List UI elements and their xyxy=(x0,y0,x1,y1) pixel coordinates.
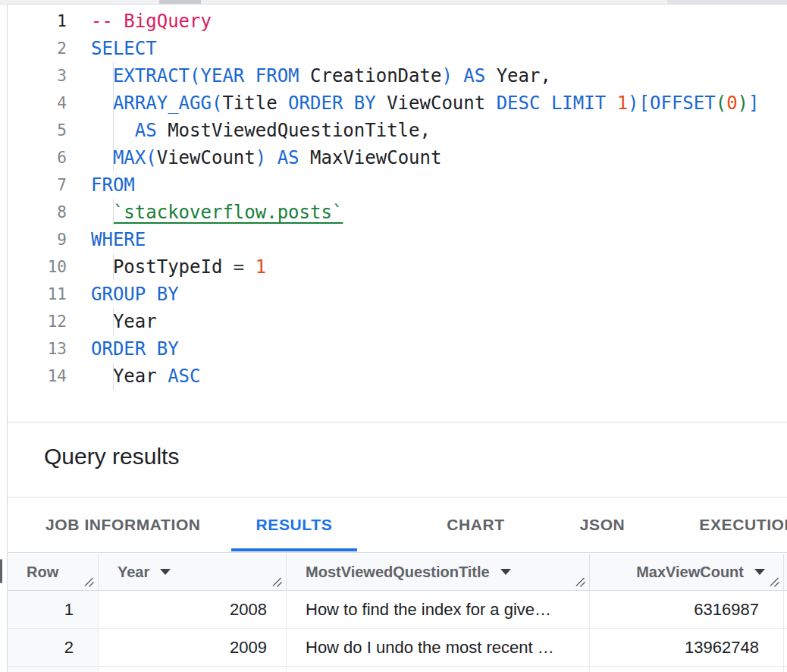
token xyxy=(299,65,310,86)
code-line: 14 Year ASC xyxy=(8,363,787,390)
token: Title xyxy=(222,93,277,114)
code-line: 7FROM xyxy=(8,171,787,199)
token: OFFSET xyxy=(650,93,716,114)
code-text: GROUP BY xyxy=(91,284,179,305)
token: FROM xyxy=(91,174,135,196)
token xyxy=(146,284,156,305)
token: ASC xyxy=(168,366,200,387)
token xyxy=(91,202,113,223)
token xyxy=(299,147,310,168)
token: ( xyxy=(146,147,156,168)
code-text: ARRAY_AGG(Title ORDER BY ViewCount DESC … xyxy=(91,93,760,114)
token: AS xyxy=(277,147,299,168)
token: ORDER xyxy=(288,93,343,114)
column-header-maxviewcount[interactable]: MaxViewCount xyxy=(590,554,784,590)
column-resize-handle[interactable] xyxy=(768,576,780,588)
sql-editor[interactable]: 1-- BigQuery2SELECT3 EXTRACT(YEAR FROM C… xyxy=(8,5,787,422)
token: MostViewedQuestionTitle, xyxy=(168,120,431,141)
column-menu-caret-icon[interactable] xyxy=(754,569,765,575)
code-text: Year xyxy=(91,311,157,332)
tab-chart[interactable]: CHART xyxy=(428,498,523,552)
column-header-row[interactable]: Row xyxy=(8,554,99,590)
scrollbar-thumb-vertical[interactable] xyxy=(0,559,2,583)
token xyxy=(343,93,353,114)
token xyxy=(157,366,168,387)
line-number: 14 xyxy=(8,367,67,385)
column-resize-handle[interactable] xyxy=(83,576,95,588)
tab-results[interactable]: RESULTS xyxy=(231,498,358,552)
code-line: 5 AS MostViewedQuestionTitle, xyxy=(8,117,787,144)
token xyxy=(157,120,168,141)
token: MAX xyxy=(113,147,146,168)
code-line: 10 PostTypeId = 1 xyxy=(8,253,787,281)
token: CreationDate xyxy=(310,65,441,86)
token: ( xyxy=(212,93,222,114)
line-number: 4 xyxy=(8,94,67,112)
token: MaxViewCount xyxy=(310,147,441,168)
token xyxy=(485,93,496,114)
table-cell: 2 xyxy=(8,629,99,666)
token: 1 xyxy=(617,93,628,114)
token: BY xyxy=(157,338,179,360)
tab-json[interactable]: JSON xyxy=(562,498,644,552)
code-line: 3 EXTRACT(YEAR FROM CreationDate) AS Yea… xyxy=(8,62,787,89)
token xyxy=(453,65,463,86)
token xyxy=(91,147,113,168)
column-resize-handle[interactable] xyxy=(271,576,283,588)
line-number: 3 xyxy=(8,67,67,85)
token: ] xyxy=(748,93,759,114)
line-number: 5 xyxy=(8,121,67,140)
table-row-partial xyxy=(8,667,787,672)
line-number: 7 xyxy=(8,176,67,194)
table-reference-link[interactable]: `stackoverflow.posts` xyxy=(113,202,343,223)
table-cell: 2009 xyxy=(99,629,287,666)
token xyxy=(606,93,616,114)
column-resize-handle[interactable] xyxy=(574,576,586,588)
code-line: 6 MAX(ViewCount) AS MaxViewCount xyxy=(8,144,787,171)
line-number: 12 xyxy=(8,312,67,331)
line-number: 10 xyxy=(8,258,67,276)
indent-guide xyxy=(113,199,114,226)
code-text: MAX(ViewCount) AS MaxViewCount xyxy=(91,147,441,168)
token xyxy=(91,256,113,278)
indent-guide xyxy=(113,89,114,117)
token: SELECT xyxy=(91,38,157,59)
tab-execution-details[interactable]: EXECUTION DETAILS xyxy=(681,498,787,552)
table-header-row: RowYearMostViewedQuestionTitleMaxViewCou… xyxy=(8,554,787,591)
scrollbar-thumb-horizontal[interactable] xyxy=(159,0,201,4)
code-line: 4 ARRAY_AGG(Title ORDER BY ViewCount DES… xyxy=(8,89,787,117)
line-number: 9 xyxy=(8,231,67,249)
column-header-year[interactable]: Year xyxy=(99,554,287,590)
code-text: ORDER BY xyxy=(91,338,179,360)
token xyxy=(91,93,113,114)
line-number: 1 xyxy=(8,12,67,30)
column-menu-caret-icon[interactable] xyxy=(500,569,511,575)
token: DESC xyxy=(497,93,541,114)
token xyxy=(244,65,255,86)
table-cell: How do I undo the most recent … xyxy=(287,629,590,666)
token: Year xyxy=(113,366,157,387)
code-text: PostTypeId = 1 xyxy=(91,256,266,278)
token: ( xyxy=(716,93,726,114)
token: = xyxy=(234,256,244,278)
token: BY xyxy=(354,93,376,114)
indent-guide xyxy=(113,117,114,144)
code-text: -- BigQuery xyxy=(91,11,212,32)
token: ARRAY_AGG xyxy=(113,93,212,114)
token: ) xyxy=(256,147,266,168)
code-line: 12 Year xyxy=(8,308,787,335)
indent-guide xyxy=(113,62,114,89)
code-text: FROM xyxy=(91,174,135,196)
token: Year xyxy=(113,311,157,332)
column-menu-caret-icon[interactable] xyxy=(160,569,171,575)
table-cell xyxy=(99,667,287,672)
token xyxy=(266,147,277,168)
column-header-mostviewedquestiontitle[interactable]: MostViewedQuestionTitle xyxy=(287,554,590,590)
token xyxy=(222,256,233,278)
token: FROM xyxy=(256,65,299,86)
tab-job-information[interactable]: JOB INFORMATION xyxy=(27,498,219,552)
line-number: 6 xyxy=(8,149,67,167)
page-title: Query results xyxy=(8,422,787,469)
table-row: 22009How do I undo the most recent …1396… xyxy=(8,629,787,667)
token: AS xyxy=(463,65,485,86)
